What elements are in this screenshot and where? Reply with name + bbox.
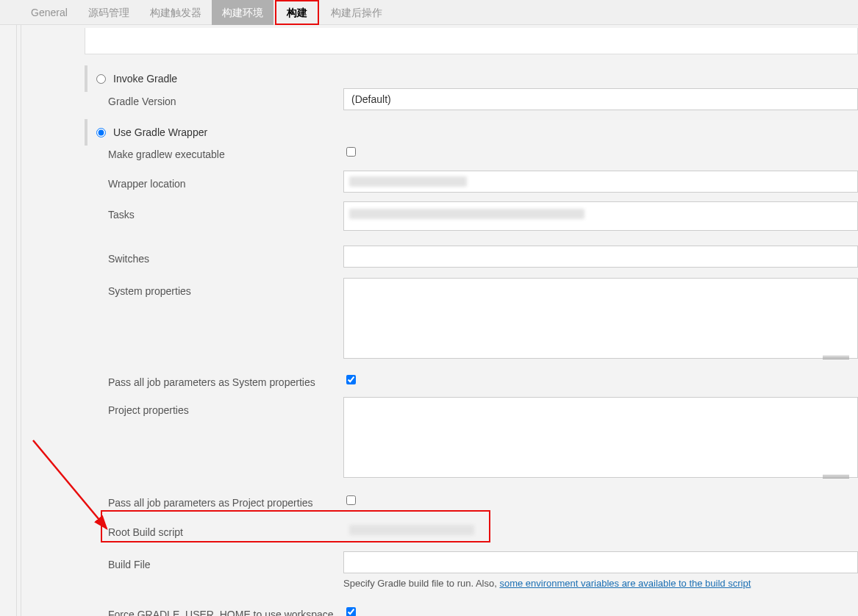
project-properties-label: Project properties bbox=[108, 403, 343, 416]
invoke-gradle-row: Invoke Gradle bbox=[85, 65, 177, 92]
tab-build-env[interactable]: 构建环境 bbox=[212, 0, 274, 25]
project-properties-input[interactable] bbox=[343, 397, 858, 478]
redacted-content bbox=[349, 525, 474, 537]
build-panel: Invoke Gradle Gradle Version Use Gradle … bbox=[85, 25, 858, 616]
resize-handle-icon[interactable] bbox=[823, 475, 849, 479]
tab-build[interactable]: 构建 bbox=[275, 0, 319, 25]
build-file-input[interactable] bbox=[343, 551, 858, 573]
pass-project-props-label: Pass all job parameters as Project prope… bbox=[108, 495, 343, 509]
resize-handle-icon[interactable] bbox=[823, 356, 849, 360]
system-properties-input[interactable] bbox=[343, 278, 858, 359]
build-file-env-link[interactable]: some environment variables are available… bbox=[499, 578, 751, 589]
build-file-hint: Specify Gradle build file to run. Also, … bbox=[343, 578, 858, 589]
system-properties-label: System properties bbox=[108, 284, 343, 297]
use-wrapper-radio[interactable] bbox=[96, 128, 106, 137]
gradle-version-label: Gradle Version bbox=[108, 94, 343, 107]
switches-label: Switches bbox=[108, 251, 343, 265]
annotation-arrow-icon bbox=[26, 433, 121, 543]
redacted-content bbox=[349, 209, 584, 221]
force-gradle-home-label: Force GRADLE_USER_HOME to use workspace bbox=[108, 607, 343, 616]
invoke-gradle-radio[interactable] bbox=[96, 74, 106, 84]
tab-triggers[interactable]: 构建触发器 bbox=[140, 0, 212, 25]
redacted-content bbox=[349, 176, 467, 189]
panel-header-box bbox=[85, 28, 858, 54]
tab-post-build[interactable]: 构建后操作 bbox=[321, 0, 393, 25]
svg-line-0 bbox=[33, 440, 107, 529]
section-marker bbox=[85, 119, 87, 146]
switches-input[interactable] bbox=[343, 246, 858, 268]
root-build-script-label: Root Build script bbox=[108, 525, 343, 538]
tasks-label: Tasks bbox=[108, 207, 343, 221]
pass-system-props-checkbox[interactable] bbox=[346, 375, 356, 384]
tab-bar: General 源码管理 构建触发器 构建环境 构建 构建后操作 bbox=[0, 0, 858, 25]
tab-scm[interactable]: 源码管理 bbox=[78, 0, 140, 25]
vertical-rule bbox=[21, 25, 21, 616]
tab-general[interactable]: General bbox=[21, 0, 78, 25]
build-file-label: Build File bbox=[108, 557, 343, 570]
use-wrapper-label: Use Gradle Wrapper bbox=[113, 126, 207, 138]
use-wrapper-row: Use Gradle Wrapper bbox=[85, 119, 207, 146]
pass-system-props-label: Pass all job parameters as System proper… bbox=[108, 375, 343, 388]
section-marker bbox=[85, 65, 87, 92]
vertical-rule bbox=[16, 25, 17, 616]
wrapper-location-label: Wrapper location bbox=[108, 176, 343, 190]
make-executable-checkbox[interactable] bbox=[346, 147, 356, 157]
content-area: Invoke Gradle Gradle Version Use Gradle … bbox=[0, 25, 858, 616]
pass-project-props-checkbox[interactable] bbox=[346, 495, 356, 505]
invoke-gradle-label: Invoke Gradle bbox=[113, 73, 177, 85]
make-executable-label: Make gradlew executable bbox=[108, 147, 343, 160]
force-gradle-home-checkbox[interactable] bbox=[346, 607, 356, 616]
gradle-version-select[interactable] bbox=[343, 88, 858, 110]
